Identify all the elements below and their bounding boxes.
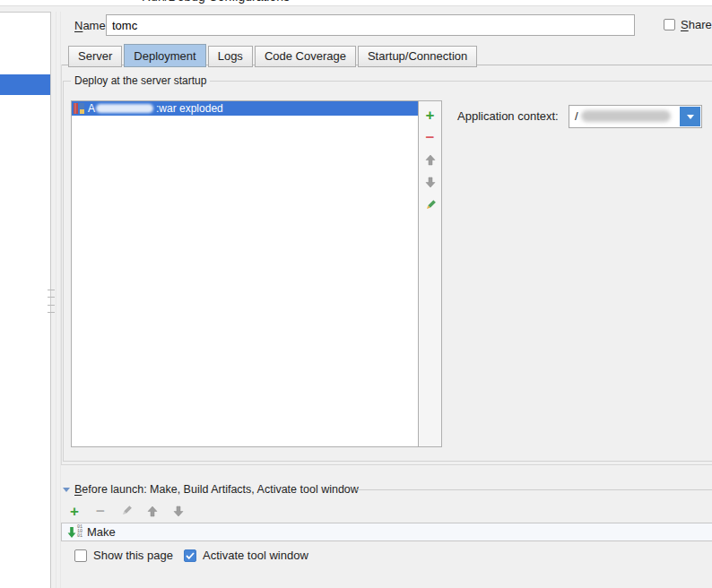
artifact-list-item[interactable]: A :war exploded (72, 101, 418, 116)
make-compile-icon: 01 10 01 (67, 525, 82, 539)
activate-tool-window-checkbox[interactable] (184, 549, 196, 562)
edit-button[interactable] (421, 194, 440, 216)
splitter-line (56, 12, 56, 588)
configurations-tree-panel (0, 12, 51, 588)
activate-tool-window-label[interactable]: Activate tool window (203, 549, 308, 562)
before-launch-separator (357, 489, 712, 490)
down-arrow-icon (425, 177, 436, 188)
remove-task-button[interactable]: − (92, 502, 109, 520)
application-context-label: Application context: (457, 109, 559, 123)
edit-pencil-icon (424, 199, 437, 212)
application-context-value: / (575, 109, 578, 123)
checkmark-icon (186, 552, 195, 559)
before-launch-toolbar: + − (66, 502, 187, 520)
down-arrow-icon (173, 506, 184, 517)
move-task-up-button[interactable] (144, 502, 161, 520)
window-title: Run/Debug Configurations (142, 0, 290, 4)
show-this-page-label[interactable]: Show this page (93, 549, 173, 562)
before-launch-expander-icon[interactable] (63, 488, 70, 492)
artifact-name-suffix: :war exploded (156, 102, 223, 115)
tab-panel-border (61, 65, 62, 465)
settings-tabs: Server Deployment Logs Code Coverage Sta… (68, 44, 479, 67)
window-title-strip: Run/Debug Configurations (0, 0, 712, 6)
remove-icon: − (96, 504, 105, 519)
up-arrow-icon (147, 506, 158, 517)
edit-pencil-icon (120, 505, 133, 517)
application-context-combobox[interactable]: / (569, 105, 702, 128)
redaction-blur (96, 104, 153, 113)
remove-icon: − (426, 130, 435, 145)
artifact-icon (74, 103, 84, 114)
tab-deployment[interactable]: Deployment (124, 44, 205, 67)
combobox-dropdown-button[interactable] (680, 107, 700, 126)
deploy-artifacts-list[interactable]: A :war exploded (71, 100, 419, 447)
add-task-button[interactable]: + (66, 502, 82, 520)
add-icon: + (70, 504, 79, 519)
add-icon: + (426, 108, 435, 123)
edit-task-button[interactable] (118, 502, 135, 520)
share-label[interactable]: Share (681, 18, 712, 31)
run-debug-configurations-dialog: Run/Debug Configurations Name: Share Ser… (0, 0, 712, 588)
make-task-label: Make (87, 525, 116, 539)
tab-server[interactable]: Server (68, 46, 122, 67)
artifact-name-prefix: A (88, 102, 95, 115)
remove-button[interactable]: − (421, 126, 440, 149)
make-icon-digits: 01 10 01 (77, 525, 82, 539)
tab-code-coverage[interactable]: Code Coverage (255, 46, 356, 67)
name-input[interactable] (106, 14, 635, 36)
add-button[interactable]: + (421, 104, 440, 126)
move-task-down-button[interactable] (170, 502, 187, 520)
move-down-button[interactable] (421, 171, 440, 194)
before-launch-task-make[interactable]: 01 10 01 Make (61, 523, 712, 541)
redaction-blur (581, 110, 671, 122)
tree-selected-item[interactable] (0, 74, 50, 95)
share-checkbox[interactable] (664, 19, 675, 30)
chevron-down-icon (687, 115, 694, 119)
tab-startup-connection[interactable]: Startup/Connection (358, 46, 477, 67)
up-arrow-icon (425, 154, 436, 166)
show-this-page-checkbox[interactable] (74, 549, 87, 562)
deploy-group-title: Deploy at the server startup (71, 74, 210, 87)
move-up-button[interactable] (421, 149, 440, 171)
tab-panel-border (61, 464, 712, 465)
artifacts-list-toolbar: + − (419, 100, 442, 447)
name-label: Name: (74, 19, 109, 32)
before-launch-title[interactable]: Before launch: Make, Build Artifacts, Ac… (74, 483, 359, 496)
splitter-handle[interactable] (48, 290, 55, 313)
tab-logs[interactable]: Logs (208, 46, 253, 67)
